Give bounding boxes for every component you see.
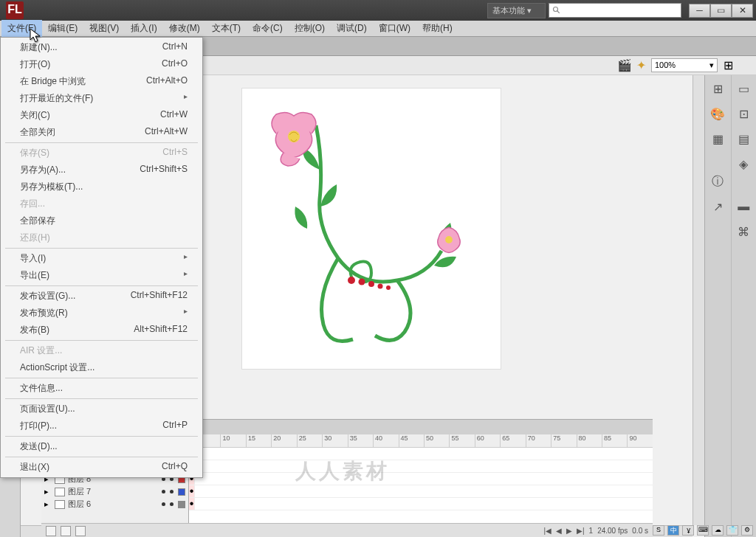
- zoom-selector[interactable]: 100%▾: [651, 58, 718, 72]
- menu-item[interactable]: 另存为(A)...Ctrl+Shift+S: [2, 162, 201, 179]
- right-panels: ⊞ 🎨 ▦ ⓘ ↗ ▭ ⊡ ▤ ◈ ▬ ⌘: [704, 75, 756, 537]
- align-icon[interactable]: ⊡: [735, 105, 752, 122]
- svg-point-0: [554, 7, 558, 12]
- menu-control[interactable]: 控制(O): [289, 20, 331, 37]
- menu-window[interactable]: 窗口(W): [373, 20, 416, 37]
- menu-item[interactable]: 另存为模板(T)...: [2, 179, 201, 195]
- timeline-status: |◀◀▶▶| 1 24.00 fps 0.0 s: [41, 523, 653, 537]
- taskbar-tray: S 中 ұ ⌨ ☁ 👕 ⚙: [650, 525, 756, 537]
- motion-presets-icon[interactable]: ◈: [735, 155, 752, 173]
- components-icon[interactable]: ▤: [735, 130, 752, 148]
- layer-row[interactable]: ▸图层 7: [41, 485, 188, 498]
- menu-item[interactable]: 文件信息...: [2, 380, 201, 397]
- tray-icon[interactable]: 👕: [726, 525, 738, 536]
- transform-icon[interactable]: ↗: [709, 198, 726, 215]
- menu-item[interactable]: 导出(E): [2, 267, 201, 284]
- menu-item[interactable]: 发送(D)...: [2, 438, 201, 455]
- menu-item[interactable]: ActionScript 设置...: [2, 359, 201, 376]
- menu-modify[interactable]: 修改(M): [163, 20, 206, 37]
- menu-help[interactable]: 帮助(H): [416, 20, 458, 37]
- svg-point-7: [378, 284, 383, 289]
- tray-icon[interactable]: ☁: [712, 525, 724, 536]
- svg-line-1: [557, 11, 560, 13]
- menu-item[interactable]: 页面设置(U)...: [2, 401, 201, 418]
- edit-symbol-icon[interactable]: ✦: [635, 60, 647, 72]
- menu-item[interactable]: 发布设置(G)...Ctrl+Shift+F12: [2, 288, 201, 305]
- minimize-button[interactable]: ─: [689, 4, 710, 18]
- stage[interactable]: [242, 89, 501, 369]
- search-icon: [552, 6, 561, 15]
- menu-item[interactable]: 关闭(C)Ctrl+W: [2, 107, 201, 124]
- tray-icon[interactable]: ⌨: [697, 525, 709, 536]
- delete-layer-button[interactable]: [75, 526, 86, 536]
- tray-icon[interactable]: S: [653, 525, 664, 536]
- edit-scene-icon[interactable]: 🎬: [619, 60, 630, 72]
- frames-area[interactable]: 151015202530354045505560657075808590 •••…: [189, 434, 653, 523]
- titlebar: FL 基本功能 ▾ ─ ▭ ✕: [0, 0, 756, 21]
- menu-item[interactable]: 发布预览(R): [2, 305, 201, 322]
- layer-row[interactable]: ▸图层 6: [41, 498, 188, 510]
- app-logo: FL: [6, 1, 24, 19]
- file-menu-dropdown: 新建(N)...Ctrl+N打开(O)Ctrl+O在 Bridge 中浏览Ctr…: [0, 37, 203, 478]
- menu-item[interactable]: 打开(O)Ctrl+O: [2, 56, 201, 73]
- project-icon[interactable]: ▬: [735, 198, 752, 215]
- menu-item[interactable]: 导入(I): [2, 250, 201, 267]
- menu-file[interactable]: 文件(F): [1, 20, 42, 37]
- menu-item[interactable]: 全部关闭Ctrl+Alt+W: [2, 124, 201, 141]
- svg-point-4: [348, 277, 355, 284]
- menu-item[interactable]: 打开最近的文件(F): [2, 90, 201, 107]
- search-input[interactable]: [549, 3, 681, 18]
- stage-options-icon[interactable]: ⊞: [722, 60, 734, 72]
- menu-item[interactable]: 打印(P)...Ctrl+P: [2, 418, 201, 434]
- workspace-selector[interactable]: 基本功能 ▾: [487, 3, 546, 18]
- menubar: 文件(F) 编辑(E) 视图(V) 插入(I) 修改(M) 文本(T) 命令(C…: [0, 21, 756, 37]
- maximize-button[interactable]: ▭: [710, 4, 732, 18]
- menu-text[interactable]: 文本(T): [206, 20, 247, 37]
- menu-item[interactable]: 全部保存: [2, 212, 201, 229]
- menu-item[interactable]: 在 Bridge 中浏览Ctrl+Alt+O: [2, 73, 201, 90]
- library-icon[interactable]: ▭: [735, 80, 752, 97]
- menu-command[interactable]: 命令(C): [247, 20, 289, 37]
- menu-edit[interactable]: 编辑(E): [42, 20, 83, 37]
- menu-item[interactable]: 退出(X)Ctrl+Q: [2, 459, 201, 476]
- info-icon[interactable]: ⓘ: [709, 173, 726, 190]
- flower-artwork: [250, 96, 493, 361]
- close-button[interactable]: ✕: [732, 4, 753, 18]
- menu-item[interactable]: 发布(B)Alt+Shift+F12: [2, 322, 201, 339]
- tray-icon[interactable]: 中: [667, 525, 679, 536]
- menu-debug[interactable]: 调试(D): [331, 20, 373, 37]
- svg-point-5: [359, 279, 365, 285]
- menu-item: 存回...: [2, 195, 201, 212]
- swatches-icon[interactable]: ▦: [709, 130, 726, 148]
- actions-icon[interactable]: ⌘: [735, 223, 752, 240]
- menu-item: 保存(S)Ctrl+S: [2, 145, 201, 162]
- color-icon[interactable]: 🎨: [709, 105, 726, 122]
- menu-view[interactable]: 视图(V): [83, 20, 125, 37]
- svg-point-3: [445, 236, 453, 243]
- menu-insert[interactable]: 插入(I): [125, 20, 162, 37]
- tray-icon[interactable]: ⚙: [741, 525, 753, 536]
- properties-icon[interactable]: ⊞: [709, 80, 726, 97]
- svg-point-8: [386, 285, 391, 290]
- menu-item: AIR 设置...: [2, 342, 201, 359]
- new-folder-button[interactable]: [61, 526, 71, 536]
- vertical-scrollbar[interactable]: [693, 75, 704, 525]
- tray-icon[interactable]: ұ: [682, 525, 694, 536]
- svg-point-6: [368, 281, 374, 287]
- new-layer-button[interactable]: [46, 526, 56, 536]
- menu-item: 还原(H): [2, 229, 201, 246]
- menu-item[interactable]: 新建(N)...Ctrl+N: [2, 39, 201, 56]
